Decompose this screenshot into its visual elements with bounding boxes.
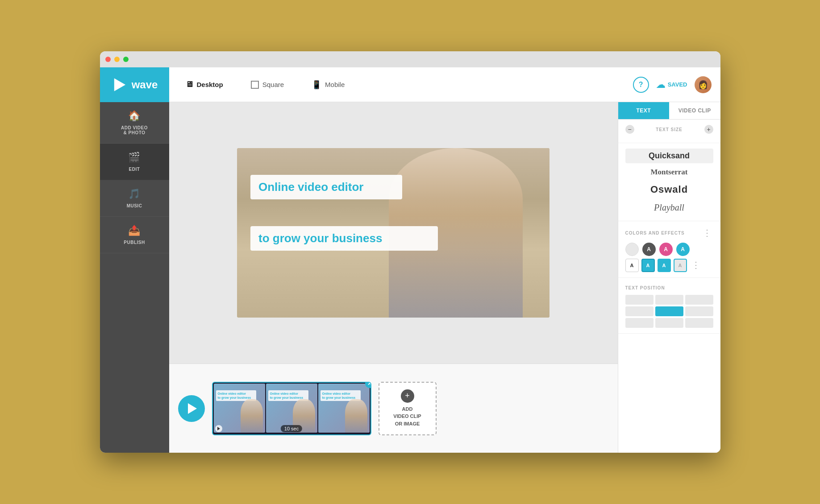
video-canvas[interactable]: Online video editor to grow your busines… <box>237 148 549 318</box>
app-window: wave 🏠 ADD VIDEO& PHOTO 🎬 EDIT 🎵 MUSIC 📤… <box>100 51 720 453</box>
sidebar-item-add-video[interactable]: 🏠 ADD VIDEO& PHOTO <box>100 102 169 144</box>
clip-thumb-1[interactable]: Online video editorto grow your business <box>214 384 265 433</box>
effect-box[interactable]: A <box>658 259 671 272</box>
clip-play-btn[interactable] <box>215 425 222 432</box>
effect-highlight[interactable]: A <box>641 259 655 272</box>
help-icon: ? <box>639 81 643 89</box>
position-middle-left[interactable] <box>625 306 654 316</box>
text-overlay-line1[interactable]: Online video editor <box>250 175 402 199</box>
colors-section: COLORS AND EFFECTS ⋮ A A A A A A <box>618 221 720 278</box>
tab-video-clip-label: VIDEO CLIP <box>678 107 711 114</box>
timeline: ✕ Online video editorto grow your busine… <box>169 364 618 453</box>
canvas-background: Online video editor to grow your busines… <box>237 148 549 318</box>
clip-thumb-3[interactable]: Online video editorto grow your business <box>318 384 370 433</box>
position-top-center[interactable] <box>655 295 683 305</box>
text-size-section: − TEXT SIZE + <box>618 120 720 143</box>
effect-fade[interactable]: A <box>674 259 687 272</box>
add-clip-label: ADDVIDEO CLIPOR IMAGE <box>393 405 421 428</box>
color-swatch-cyan[interactable]: A <box>676 243 690 256</box>
tab-desktop-label: Desktop <box>197 81 223 88</box>
clip-play-icon <box>217 427 220 430</box>
position-bottom-left[interactable] <box>625 318 654 328</box>
app-name: wave <box>132 78 158 91</box>
clip-duration: 10 sec <box>281 425 302 432</box>
position-middle-right[interactable] <box>685 306 713 316</box>
font-item-quicksand[interactable]: Quicksand <box>625 149 713 163</box>
effect-row: A A A A ⋮ <box>625 259 713 272</box>
position-middle-center[interactable] <box>655 306 683 316</box>
panel-tabs: TEXT VIDEO CLIP <box>618 102 720 120</box>
square-icon <box>251 81 259 89</box>
tab-square-label: Square <box>262 81 284 88</box>
top-bar: 🖥 Desktop Square 📱 Mobile ? ☁ <box>169 67 720 102</box>
text-size-label: TEXT SIZE <box>656 127 683 132</box>
font-item-oswald[interactable]: Oswald <box>625 181 713 198</box>
publish-icon: 📤 <box>128 225 141 236</box>
add-clip-button[interactable]: + ADDVIDEO CLIPOR IMAGE <box>379 382 437 435</box>
tab-desktop[interactable]: 🖥 Desktop <box>178 76 230 93</box>
position-top-left[interactable] <box>625 295 654 305</box>
help-button[interactable]: ? <box>633 77 649 93</box>
play-button[interactable] <box>178 395 205 422</box>
person-thumb-1 <box>241 399 263 433</box>
edit-icon: 🎬 <box>128 152 141 163</box>
position-label: TEXT POSITION <box>625 285 665 290</box>
tab-text[interactable]: TEXT <box>618 102 670 119</box>
canvas-container: Online video editor to grow your busines… <box>169 102 618 364</box>
sidebar-item-label: EDIT <box>129 167 140 172</box>
colors-grid: A A A <box>625 243 713 256</box>
tab-square[interactable]: Square <box>244 77 291 92</box>
avatar[interactable]: 👩 <box>695 76 712 93</box>
right-panel: TEXT VIDEO CLIP − TEXT SIZE + <box>618 102 720 453</box>
position-section: TEXT POSITION <box>618 278 720 334</box>
position-grid <box>625 295 713 328</box>
cloud-icon: ☁ <box>656 79 665 90</box>
main-layout: wave 🏠 ADD VIDEO& PHOTO 🎬 EDIT 🎵 MUSIC 📤… <box>100 67 720 453</box>
sidebar: wave 🏠 ADD VIDEO& PHOTO 🎬 EDIT 🎵 MUSIC 📤… <box>100 67 169 453</box>
tab-text-label: TEXT <box>636 107 651 114</box>
person-thumb-3 <box>345 399 367 433</box>
font-section: Quicksand Montserrat Oswald Playball <box>618 143 720 221</box>
color-swatch-pink[interactable]: A <box>659 243 673 256</box>
logo-play-icon <box>111 77 127 93</box>
sidebar-item-publish[interactable]: 📤 PUBLISH <box>100 217 169 253</box>
saved-label: SAVED <box>668 81 687 88</box>
canvas-text-line1: Online video editor <box>258 180 394 194</box>
close-button[interactable] <box>105 57 111 62</box>
font-item-montserrat[interactable]: Montserrat <box>625 165 713 179</box>
position-top-right[interactable] <box>685 295 713 305</box>
text-overlay-line2[interactable]: to grow your business <box>250 226 438 251</box>
clip-track: ✕ Online video editorto grow your busine… <box>212 382 371 435</box>
effect-plain[interactable]: A <box>625 259 639 272</box>
maximize-button[interactable] <box>123 57 129 62</box>
color-swatch-white[interactable] <box>625 243 639 256</box>
position-bottom-center[interactable] <box>655 318 683 328</box>
music-icon: 🎵 <box>128 188 141 200</box>
colors-header: COLORS AND EFFECTS ⋮ <box>625 227 713 239</box>
text-size-decrease[interactable]: − <box>625 125 634 134</box>
top-bar-right: ? ☁ SAVED 👩 <box>633 76 712 93</box>
tab-video-clip[interactable]: VIDEO CLIP <box>669 102 720 119</box>
color-swatch-dark[interactable]: A <box>642 243 656 256</box>
saved-button[interactable]: ☁ SAVED <box>656 79 687 90</box>
canvas-text-line2: to grow your business <box>258 231 430 245</box>
position-bottom-right[interactable] <box>685 318 713 328</box>
add-video-icon: 🏠 <box>128 110 141 122</box>
editor-area: Online video editor to grow your busines… <box>169 102 720 453</box>
title-bar <box>100 51 720 67</box>
more-colors-button[interactable]: ⋮ <box>701 227 713 239</box>
minimize-button[interactable] <box>114 57 120 62</box>
sidebar-item-label: ADD VIDEO& PHOTO <box>121 125 148 135</box>
text-size-increase[interactable]: + <box>704 125 713 134</box>
tab-mobile[interactable]: 📱 Mobile <box>304 76 352 93</box>
desktop-icon: 🖥 <box>185 80 193 89</box>
clip-container: ✕ Online video editorto grow your busine… <box>212 382 371 435</box>
sidebar-item-edit[interactable]: 🎬 EDIT <box>100 144 169 180</box>
font-item-playball[interactable]: Playball <box>625 200 713 215</box>
sidebar-item-label: PUBLISH <box>124 240 145 245</box>
tab-mobile-label: Mobile <box>325 81 345 88</box>
colors-label: COLORS AND EFFECTS <box>625 231 685 235</box>
play-icon <box>188 403 197 414</box>
sidebar-item-music[interactable]: 🎵 MUSIC <box>100 180 169 217</box>
more-effects-button[interactable]: ⋮ <box>690 259 702 272</box>
